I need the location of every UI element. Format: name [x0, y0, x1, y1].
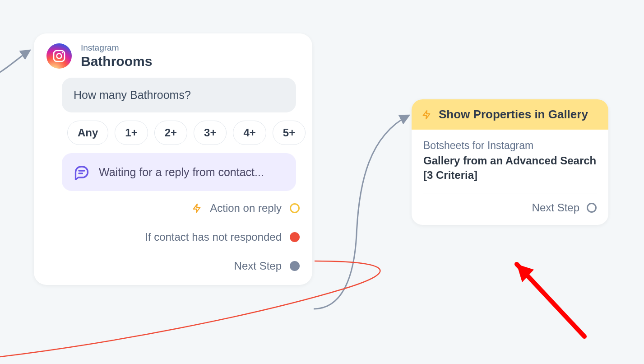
bolt-icon: [422, 108, 431, 121]
annotation-arrow-icon: [494, 246, 593, 345]
connector-action-on-reply[interactable]: Action on reply: [46, 202, 300, 215]
connector-label: Action on reply: [210, 202, 282, 215]
divider: [423, 193, 597, 193]
waiting-text: Waiting for a reply from contact...: [99, 166, 264, 179]
quick-reply-chip[interactable]: Any: [67, 121, 108, 145]
connector-port[interactable]: [290, 232, 300, 242]
connector-next-step[interactable]: Next Step: [423, 201, 597, 214]
connector-not-responded[interactable]: If contact has not responded: [46, 231, 300, 243]
chat-bubble-icon: [74, 164, 90, 180]
instagram-icon: [46, 43, 72, 69]
quick-reply-chip[interactable]: 1+: [115, 121, 148, 145]
platform-label: Instagram: [81, 43, 152, 53]
connector-label: Next Step: [532, 201, 579, 214]
connector-label: If contact has not responded: [145, 231, 282, 243]
card-header: Show Properties in Gallery: [412, 99, 608, 130]
connector-port[interactable]: [290, 203, 300, 213]
quick-reply-row: Any 1+ 2+ 3+ 4+ 5+: [67, 121, 296, 145]
message-bubble[interactable]: How many Bathrooms?: [62, 78, 296, 112]
connector-port[interactable]: [290, 261, 300, 271]
quick-reply-chip[interactable]: 5+: [273, 121, 306, 145]
connector-port[interactable]: [587, 203, 597, 213]
integration-label: Botsheets for Instagram: [423, 140, 597, 152]
waiting-block[interactable]: Waiting for a reply from contact...: [62, 153, 296, 191]
quick-reply-chip[interactable]: 3+: [194, 121, 227, 145]
quick-reply-chip[interactable]: 2+: [154, 121, 187, 145]
quick-reply-chip[interactable]: 4+: [233, 121, 266, 145]
connector-next-step[interactable]: Next Step: [46, 260, 300, 272]
bolt-icon: [192, 202, 202, 214]
node-card-show-properties[interactable]: Show Properties in Gallery Botsheets for…: [412, 99, 608, 225]
svg-line-5: [517, 264, 584, 336]
svg-point-1: [57, 54, 62, 59]
card-title: Show Properties in Gallery: [439, 107, 588, 121]
card-title: Bathrooms: [81, 54, 152, 69]
connector-label: Next Step: [234, 260, 282, 272]
svg-point-2: [62, 52, 63, 53]
card-header: Instagram Bathrooms: [46, 43, 300, 69]
node-card-bathrooms[interactable]: Instagram Bathrooms How many Bathrooms? …: [34, 33, 312, 285]
action-description: Gallery from an Advanced Search [3 Crite…: [423, 154, 597, 183]
svg-marker-6: [517, 264, 534, 282]
